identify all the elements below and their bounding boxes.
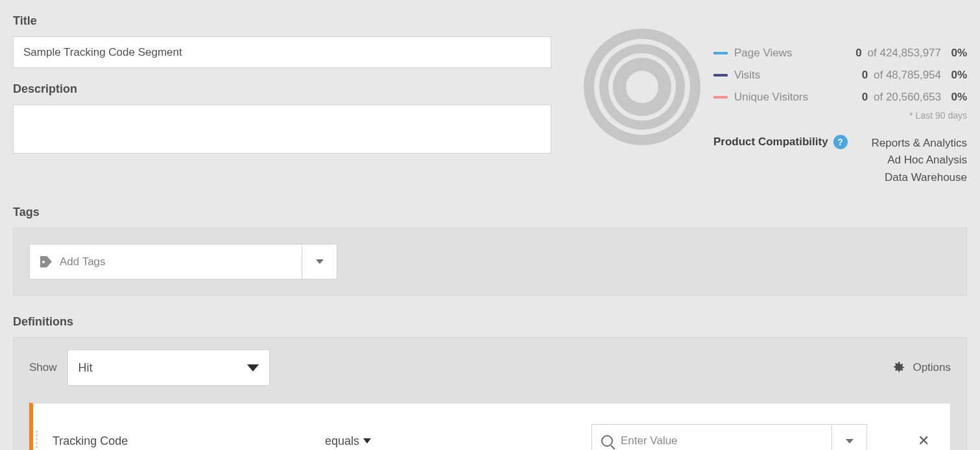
of-word: of [874,91,883,104]
stat-label: Unique Visitors [734,91,844,104]
definitions-label: Definitions [13,315,967,329]
product-compat-list: Reports & Analytics Ad Hoc Analysis Data… [848,135,967,186]
rule-operator-value: equals [325,434,359,448]
tag-icon [40,256,52,268]
chevron-down-icon [316,259,324,264]
stat-count: 0 [862,91,868,104]
gear-icon [890,360,906,375]
show-label: Show [29,361,57,374]
rule-dimension: Tracking Code [53,434,325,448]
rule-operator-select[interactable]: equals [325,434,371,448]
tags-dropdown-button[interactable] [302,244,337,279]
rule-card[interactable]: Tracking Code equals ✕ [29,403,951,450]
chevron-down-icon [247,364,259,372]
show-select[interactable]: Hit [67,349,270,386]
legend-swatch-unique-visitors [713,96,728,99]
last-90-days-note: * Last 90 days [713,110,967,121]
options-label: Options [913,361,951,374]
title-label: Title [13,14,551,28]
segment-population-chart [577,29,707,186]
stat-count: 0 [862,69,868,82]
tags-panel [13,228,967,296]
stat-pct: 0% [941,91,967,104]
stat-count: 0 [855,47,861,60]
of-word: of [874,69,883,82]
stat-label: Page Views [734,47,844,60]
search-icon [601,435,613,447]
rule-value-input[interactable] [621,434,822,447]
tags-label: Tags [13,206,967,219]
stat-label: Visits [734,69,844,82]
stat-pct: 0% [941,69,967,82]
stat-row-visits: Visits 0 of 48,785,954 0% [713,69,967,82]
chevron-down-icon [363,438,371,444]
stat-row-unique-visitors: Unique Visitors 0 of 20,560,653 0% [713,91,967,104]
rule-value-dropdown-button[interactable] [831,424,867,450]
chevron-down-icon [846,439,854,444]
title-input[interactable] [13,36,551,68]
stat-row-page-views: Page Views 0 of 424,853,977 0% [713,47,967,60]
of-word: of [868,47,877,60]
stat-pct: 0% [941,47,967,60]
stat-total: 424,853,977 [879,47,941,60]
description-label: Description [13,82,551,96]
legend-swatch-visits [713,74,728,77]
description-input[interactable] [13,104,551,154]
legend-swatch-page-views [713,52,728,54]
stat-total: 20,560,653 [886,91,941,104]
help-icon[interactable]: ? [833,135,848,149]
product-compatibility-label: Product Compatibility [713,136,828,148]
remove-rule-button[interactable]: ✕ [913,427,935,450]
tags-input[interactable] [60,255,291,268]
definitions-panel: Show Hit Options Tracking Code equals [13,337,967,450]
definitions-options-button[interactable]: Options [890,360,951,375]
drag-handle-icon[interactable] [36,431,41,450]
stat-total: 48,785,954 [886,69,941,82]
show-select-value: Hit [78,361,247,375]
